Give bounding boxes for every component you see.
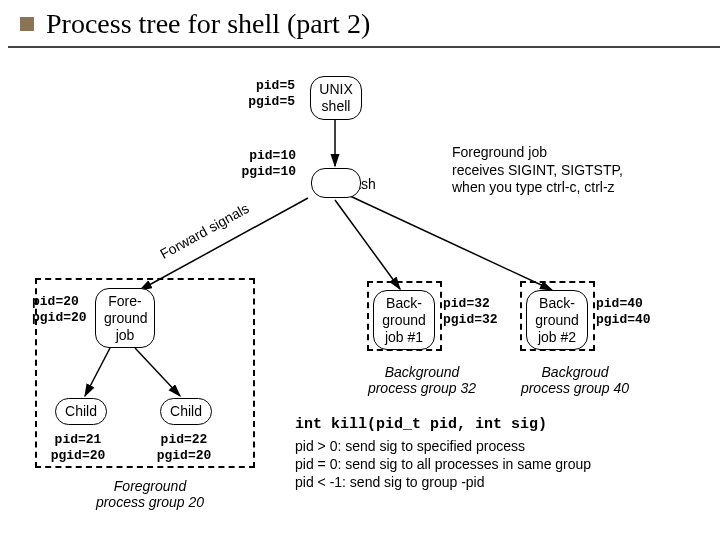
caption-bg32: Backgroundprocess group 32	[352, 364, 492, 396]
svg-line-3	[350, 196, 552, 290]
id-child1: pid=21pgid=20	[44, 432, 112, 465]
page-title: Process tree for shell (part 2)	[46, 8, 370, 40]
caption-fg: Foregroundprocess group 20	[70, 478, 230, 510]
diagram-stage: pid=5pgid=5 UNIXshell pid=10pgid=10 tsh …	[0, 48, 720, 538]
node-unix-shell: UNIXshell	[310, 76, 362, 120]
code-signature: int kill(pid_t pid, int sig)	[295, 416, 547, 433]
svg-line-2	[335, 200, 400, 289]
id-fg: pid=20pgid=20	[32, 294, 94, 327]
code-line-2: pid = 0: send sig to all processes in sa…	[295, 456, 591, 474]
node-child-1: Child	[55, 398, 107, 425]
id-child2: pid=22pgid=20	[150, 432, 218, 465]
title-bar: Process tree for shell (part 2)	[0, 0, 720, 46]
note-foreground: Foreground jobreceives SIGINT, SIGTSTP,w…	[452, 144, 623, 197]
node-child-2: Child	[160, 398, 212, 425]
title-bullet	[20, 17, 34, 31]
id-tsh: pid=10pgid=10	[218, 148, 296, 181]
code-line-3: pid < -1: send sig to group -pid	[295, 474, 485, 492]
node-bg2: Back-groundjob #2	[526, 290, 588, 350]
id-shell: pid=5pgid=5	[225, 78, 295, 111]
label-forward-signals: Forward signals	[157, 200, 251, 262]
id-bg2: pid=40pgid=40	[596, 296, 658, 329]
node-bg1: Back-groundjob #1	[373, 290, 435, 350]
node-tsh	[311, 168, 361, 198]
id-bg1: pid=32pgid=32	[443, 296, 505, 329]
caption-bg40: Backgroudprocess group 40	[505, 364, 645, 396]
node-fg-job: Fore-groundjob	[95, 288, 155, 348]
code-line-1: pid > 0: send sig to specified process	[295, 438, 525, 456]
